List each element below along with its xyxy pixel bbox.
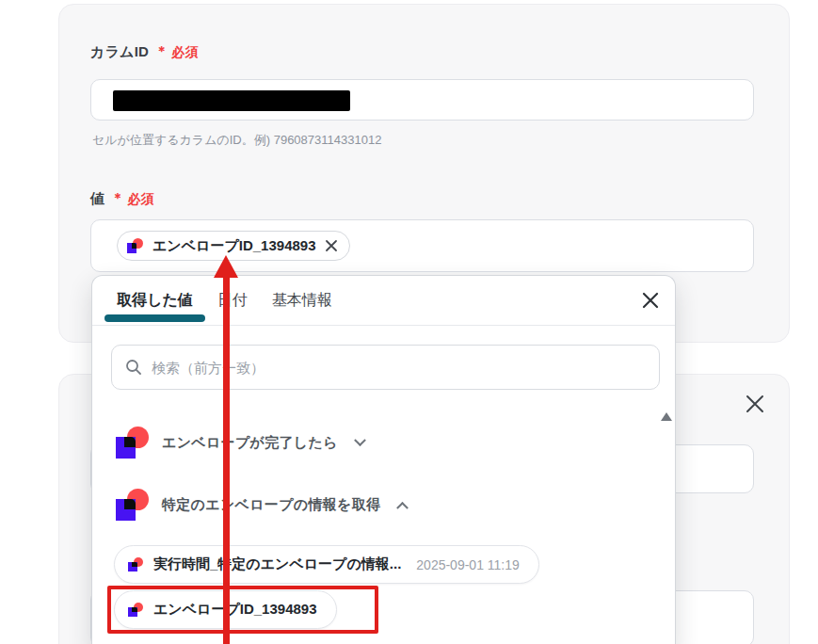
group-label: 特定のエンベロープの情報を取得 xyxy=(162,496,380,514)
annotation-arrow-head-icon xyxy=(214,255,238,278)
option-label: エンベロープID_1394893 xyxy=(153,601,317,619)
active-tab-underline xyxy=(104,314,205,322)
chevron-down-icon xyxy=(354,434,366,446)
tab-label: 日付 xyxy=(217,291,248,311)
envelope-app-icon xyxy=(128,557,144,572)
envelope-app-icon xyxy=(116,427,150,459)
picker-close-icon[interactable] xyxy=(641,291,660,314)
redacted-value xyxy=(113,90,350,111)
picker-tabs: 取得した値 日付 基本情報 xyxy=(92,276,675,326)
value-label-text: 値 xyxy=(90,190,104,206)
chip-remove-icon[interactable] xyxy=(325,239,338,252)
required-badge: 必須 xyxy=(127,191,153,206)
required-badge: 必須 xyxy=(171,44,198,59)
value-input[interactable]: エンベロープID_1394893 xyxy=(90,219,754,272)
envelope-app-icon xyxy=(127,238,144,254)
close-icon[interactable] xyxy=(744,393,766,419)
search-icon xyxy=(125,359,142,376)
scrollbar-up-icon[interactable] xyxy=(661,412,672,421)
tab-basic-info[interactable]: 基本情報 xyxy=(260,276,345,325)
column-id-label-text: カラムID xyxy=(90,43,149,59)
required-asterisk: ＊ xyxy=(111,190,124,205)
envelope-app-icon xyxy=(116,489,150,521)
value-chip-label: エンベロープID_1394893 xyxy=(152,237,316,255)
column-id-helper-text: セルが位置するカラムのID。例) 7960873114331012 xyxy=(92,132,381,149)
option-label: 実行時間_特定のエンベロープの情報... xyxy=(153,555,401,573)
tab-label: 取得した値 xyxy=(117,291,193,311)
column-id-input[interactable] xyxy=(90,79,754,121)
envelope-app-icon xyxy=(128,603,144,618)
variable-picker-panel: 取得した値 日付 基本情報 エンベロープが完了したら 特定のエンベロープの情報を… xyxy=(91,275,676,644)
option-execution-time[interactable]: 実行時間_特定のエンベロープの情報... 2025-09-01 11:19 xyxy=(114,545,539,584)
group-envelope-completed[interactable]: エンベロープが完了したら xyxy=(116,427,364,459)
group-get-envelope-info[interactable]: 特定のエンベロープの情報を取得 xyxy=(116,489,407,521)
required-asterisk: ＊ xyxy=(155,43,168,58)
tab-date[interactable]: 日付 xyxy=(205,276,260,325)
column-id-label: カラムID＊必須 xyxy=(90,43,199,61)
option-timestamp: 2025-09-01 11:19 xyxy=(416,557,520,572)
picker-search[interactable] xyxy=(111,345,660,390)
chevron-up-icon xyxy=(396,501,409,513)
tab-retrieved-values[interactable]: 取得した値 xyxy=(104,276,205,325)
annotation-arrow-line xyxy=(223,276,230,644)
group-label: エンベロープが完了したら xyxy=(162,434,338,452)
tab-label: 基本情報 xyxy=(272,291,332,311)
value-label: 値＊必須 xyxy=(90,190,154,208)
